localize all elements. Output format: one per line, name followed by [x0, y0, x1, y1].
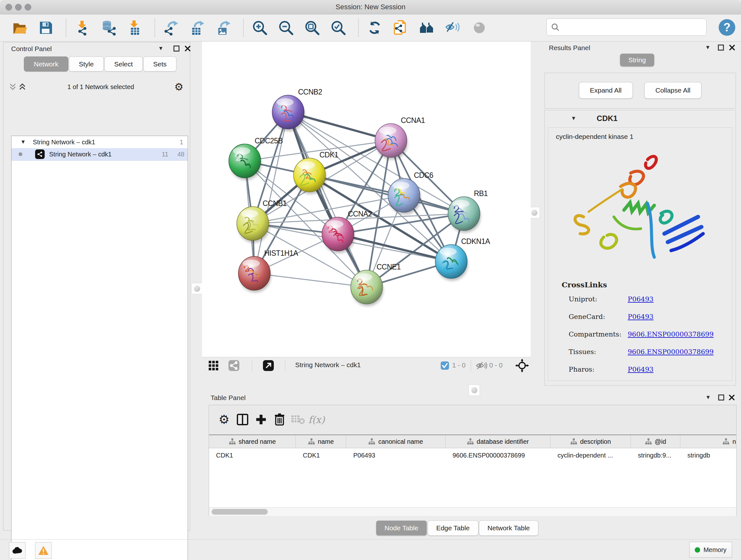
node-CCNB1[interactable]	[237, 206, 269, 243]
network-canvas[interactable]: CCNB2CCNA1CDC25BCDK1CDC6RB1CCNB1CCNA2CDK…	[202, 42, 531, 357]
crosslink-value-link[interactable]: 9606.ENSP00000378699	[628, 348, 714, 356]
control-panel-collapse-icon[interactable]: ▼	[156, 44, 165, 53]
column-header-canonical-name[interactable]: canonical name	[346, 435, 446, 448]
node-CCNA1[interactable]	[375, 124, 408, 160]
fit-selected-crosshair-icon[interactable]	[515, 359, 529, 374]
string-home-icon[interactable]	[418, 19, 436, 37]
collapse-all-networks-icon[interactable]	[8, 82, 17, 91]
node-CCNA2[interactable]	[322, 217, 354, 253]
edge-CCNB2-CCNE1[interactable]	[288, 112, 367, 287]
expand-all-button[interactable]: Expand All	[579, 82, 633, 99]
edge-HIST1H1A-CCNE1[interactable]	[254, 273, 367, 287]
column-header-database-identifier[interactable]: database identifier	[446, 435, 550, 448]
tab-string[interactable]: String	[620, 54, 654, 66]
toolbar-separator	[154, 19, 155, 37]
results-panel-collapse-icon[interactable]: ▼	[703, 43, 713, 52]
node-CDKN1A[interactable]	[435, 245, 468, 281]
add-column-icon[interactable]	[252, 410, 270, 429]
node-RB1[interactable]	[448, 197, 481, 233]
search-field[interactable]	[546, 18, 706, 36]
refresh-view-icon[interactable]	[366, 19, 384, 37]
column-header-name[interactable]: name	[296, 435, 346, 448]
export-network-icon[interactable]	[162, 19, 180, 37]
tab-select[interactable]: Select	[105, 57, 143, 71]
crosslink-value-link[interactable]: P06493	[628, 313, 654, 320]
column-header-shared-name[interactable]: shared name	[209, 435, 296, 448]
import-network-database-icon[interactable]	[99, 19, 118, 37]
network-collection-row[interactable]: ▼ String Network – cdk1 1	[11, 136, 188, 148]
zoom-out-icon[interactable]	[277, 19, 295, 37]
open-in-window-icon[interactable]	[263, 360, 274, 373]
tab-sets[interactable]: Sets	[143, 57, 177, 71]
delete-column-trash-icon[interactable]	[270, 410, 289, 429]
export-table-icon[interactable]	[188, 19, 206, 37]
edge-CDK1-RB1[interactable]	[310, 175, 464, 213]
left-splitter-handle[interactable]	[191, 283, 203, 294]
tab-network-table[interactable]: Network Table	[479, 520, 539, 536]
save-session-icon[interactable]	[37, 19, 55, 37]
cloud-button[interactable]	[9, 542, 25, 559]
table-options-gear-icon[interactable]: ⚙	[215, 410, 233, 429]
toolbar-separator	[358, 19, 359, 37]
crosslink-value-link[interactable]: 9606.ENSP00000378699	[628, 330, 714, 338]
warning-button[interactable]	[35, 542, 52, 559]
tab-edge-table[interactable]: Edge Table	[428, 520, 478, 536]
clone-network-icon[interactable]	[392, 19, 410, 37]
zoom-selected-icon[interactable]	[329, 19, 347, 37]
nodes-selected-checkbox[interactable]	[441, 361, 449, 371]
table-row[interactable]: CDK1CDK1P064939606.ENSP00000378699cyclin…	[209, 448, 736, 462]
string-view-icon[interactable]	[228, 360, 240, 373]
search-input[interactable]	[562, 23, 706, 31]
control-panel-close-icon[interactable]	[183, 44, 192, 53]
node-CDK1[interactable]	[293, 158, 326, 194]
node-CDC6[interactable]	[388, 179, 421, 214]
column-header--id[interactable]: @id	[631, 435, 680, 448]
show-columns-icon[interactable]	[233, 410, 252, 429]
memory-button[interactable]: Memory	[689, 542, 732, 558]
column-header-namespace[interactable]: namespace	[680, 435, 736, 448]
tab-network[interactable]: Network	[24, 57, 68, 71]
collapse-all-button[interactable]: Collapse All	[644, 82, 702, 99]
table-panel-float-icon[interactable]	[717, 393, 726, 402]
node-CCNE1[interactable]	[351, 270, 383, 306]
import-table-icon[interactable]	[126, 19, 144, 37]
function-builder-icon[interactable]: f(x)	[307, 410, 326, 429]
crosslink-row: GeneCard:P06493	[569, 308, 732, 325]
scrollbar-thumb[interactable]	[212, 509, 268, 515]
zoom-in-icon[interactable]	[251, 19, 269, 37]
zoom-fit-icon[interactable]	[303, 19, 321, 37]
help-button[interactable]: ?	[718, 18, 736, 38]
node-CCNB2[interactable]	[272, 95, 305, 131]
tab-node-table[interactable]: Node Table	[376, 520, 427, 536]
show-hide-icon[interactable]	[444, 19, 462, 37]
bird-eye-icon[interactable]	[470, 19, 488, 37]
string-network-graph[interactable]: CCNB2CCNA1CDC25BCDK1CDC6RB1CCNB1CCNA2CDK…	[202, 42, 531, 357]
table-panel-collapse-icon[interactable]: ▼	[703, 393, 713, 402]
open-file-icon[interactable]	[11, 19, 29, 37]
crosslink-label: GeneCard:	[569, 313, 628, 320]
tab-style[interactable]: Style	[69, 57, 104, 71]
node-CDC25B[interactable]	[229, 144, 261, 180]
table-horizontal-scrollbar[interactable]	[209, 507, 736, 516]
crosslink-value-link[interactable]: P06493	[628, 366, 654, 373]
control-panel-float-icon[interactable]	[172, 44, 181, 53]
grid-view-icon[interactable]	[208, 361, 219, 372]
gene-collapse-icon[interactable]: ▼	[571, 115, 576, 122]
results-panel-float-icon[interactable]	[716, 43, 726, 52]
column-header-description[interactable]: description	[550, 435, 631, 448]
network-row-selected[interactable]: String Network – cdk1 11 48	[11, 148, 188, 161]
network-options-gear-icon[interactable]: ⚙	[174, 82, 184, 92]
import-network-file-icon[interactable]	[73, 19, 91, 37]
delete-table-icon[interactable]	[289, 410, 307, 429]
svg-text:?: ?	[724, 21, 731, 34]
crosslink-value-link[interactable]: P06493	[628, 295, 654, 303]
export-image-icon[interactable]	[214, 19, 232, 37]
crosslinks-heading: CrossLinks	[562, 280, 732, 289]
table-panel-close-icon[interactable]	[727, 393, 737, 402]
results-panel-close-icon[interactable]	[727, 43, 737, 52]
gene-section-header[interactable]: ▼ CDK1	[545, 110, 736, 127]
expand-all-networks-icon[interactable]	[17, 82, 27, 91]
hidden-eye-icon[interactable]	[475, 361, 487, 372]
collection-expand-icon[interactable]: ▼	[20, 139, 26, 145]
node-HIST1H1A[interactable]	[239, 256, 271, 293]
